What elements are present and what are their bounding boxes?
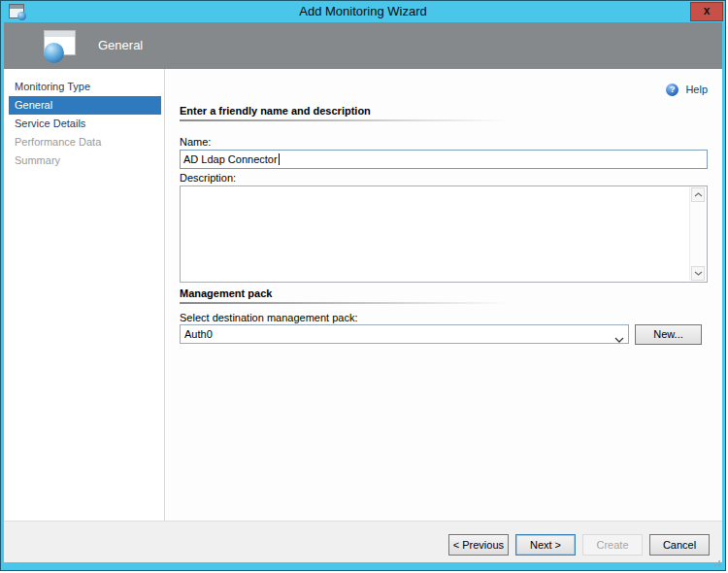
wizard-footer: < Previous Next > Create Cancel xyxy=(4,521,722,562)
add-monitoring-wizard-window: Add Monitoring Wizard x General Monitori… xyxy=(0,0,726,571)
cancel-button[interactable]: Cancel xyxy=(649,534,710,556)
management-pack-dropdown[interactable]: Auth0 xyxy=(180,324,629,344)
chevron-down-icon xyxy=(614,330,624,348)
wizard-body: Monitoring Type General Service Details … xyxy=(4,69,722,521)
description-input[interactable] xyxy=(180,185,708,283)
select-management-pack-label: Select destination management pack: xyxy=(180,312,357,323)
wizard-steps-sidebar: Monitoring Type General Service Details … xyxy=(4,69,165,521)
sidebar-item-monitoring-type[interactable]: Monitoring Type xyxy=(9,78,161,96)
name-input[interactable]: AD Ldap Connector xyxy=(180,150,708,169)
new-management-pack-button[interactable]: New... xyxy=(635,324,702,345)
sidebar-item-performance-data: Performance Data xyxy=(9,133,161,152)
management-pack-heading: Management pack xyxy=(180,287,272,299)
description-scrollbar[interactable] xyxy=(689,187,706,281)
sidebar-item-summary: Summary xyxy=(9,152,161,170)
help-label[interactable]: Help xyxy=(685,84,708,95)
sidebar-item-general[interactable]: General xyxy=(9,96,161,115)
help-icon[interactable]: ? xyxy=(666,84,678,96)
scroll-up-icon[interactable] xyxy=(691,187,705,202)
close-icon[interactable]: x xyxy=(690,2,723,21)
description-label: Description: xyxy=(180,172,236,184)
name-section-divider xyxy=(180,119,708,121)
page-title: General xyxy=(98,22,143,69)
help-link[interactable]: ? Help xyxy=(666,83,708,96)
wizard-page-icon xyxy=(44,30,76,55)
management-pack-divider xyxy=(180,302,708,304)
management-pack-selected-value: Auth0 xyxy=(184,328,213,340)
window-title: Add Monitoring Wizard xyxy=(1,1,725,22)
create-button: Create xyxy=(582,534,643,556)
wizard-content: ? Help Enter a friendly name and descrip… xyxy=(166,69,722,521)
scroll-down-icon[interactable] xyxy=(691,266,705,281)
text-caret xyxy=(279,153,280,165)
title-bar[interactable]: Add Monitoring Wizard x xyxy=(1,1,725,22)
wizard-header-band: General xyxy=(4,22,722,69)
previous-button[interactable]: < Previous xyxy=(448,534,509,556)
name-label: Name: xyxy=(180,136,211,148)
name-section-heading: Enter a friendly name and description xyxy=(180,105,371,117)
next-button[interactable]: Next > xyxy=(515,534,576,556)
sidebar-item-service-details[interactable]: Service Details xyxy=(9,115,161,133)
name-input-value: AD Ldap Connector xyxy=(183,153,278,165)
